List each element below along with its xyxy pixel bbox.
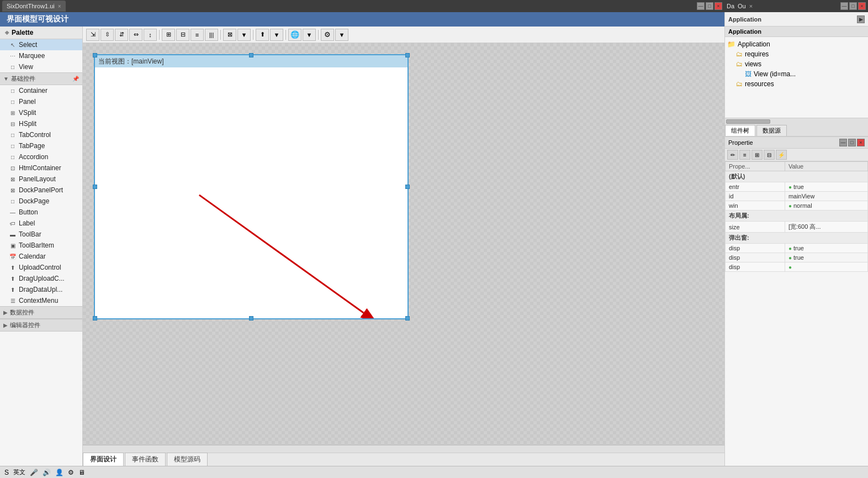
tree-area[interactable]: 📁 Application 🗂 requires 🗂 views 🖼 View …: [725, 37, 868, 118]
design-canvas[interactable]: 当前视图：[mainView]: [94, 54, 409, 319]
tab-ui-design[interactable]: 界面设计: [83, 453, 124, 466]
props-close-btn[interactable]: ×: [857, 139, 865, 146]
toolbar-globe-btn[interactable]: 🌐: [288, 29, 301, 41]
toolbar-btn-8[interactable]: ≡: [190, 29, 204, 41]
handle-mr[interactable]: [405, 185, 410, 189]
palette-item-toolbaritem[interactable]: ▣ToolBarItem: [0, 240, 82, 251]
handle-bl[interactable]: [93, 316, 97, 321]
palette-item-tabcontrol[interactable]: □TabControl: [0, 129, 82, 140]
toolbar-settings-btn[interactable]: ⚙: [321, 29, 334, 41]
palette-item-contextmenu[interactable]: ☰ContextMenu: [0, 295, 82, 306]
toolbar-sep-4: [285, 30, 286, 40]
tab-event-func[interactable]: 事件函数: [125, 453, 166, 466]
canvas-scroll[interactable]: 当前视图：[mainView]: [83, 43, 724, 445]
props-tb-btn1[interactable]: ✏: [727, 150, 738, 160]
toolbar-btn-9[interactable]: |||: [205, 29, 218, 41]
tree-item-application[interactable]: 📁 Application: [727, 39, 866, 49]
tabpage-icon: □: [9, 143, 17, 149]
window-min-btn[interactable]: —: [697, 2, 705, 10]
toolbar-btn-11[interactable]: ▼: [237, 29, 251, 41]
tree-hscrollbar[interactable]: [725, 118, 868, 124]
toolbar-btn-7[interactable]: ⊟: [176, 29, 189, 41]
palette-item-htmlcontainer[interactable]: ⊡HtmlContainer: [0, 162, 82, 174]
palette-item-panellayout[interactable]: ⊠PanelLayout: [0, 174, 82, 185]
palette-item-button[interactable]: —Button: [0, 207, 82, 218]
toolbar-btn-10[interactable]: ⊠: [223, 29, 236, 41]
props-row-disp2[interactable]: disp ● true: [726, 253, 868, 262]
props-max-btn[interactable]: □: [848, 139, 856, 146]
palette-item-dragupload[interactable]: ⬆DragUploadC...: [0, 273, 82, 284]
toolbar-settings-dropdown[interactable]: ▼: [335, 29, 348, 41]
palette-item-hsplit[interactable]: ⊟HSplit: [0, 118, 82, 129]
props-tb-btn3[interactable]: ⊞: [751, 150, 763, 160]
palette-item-marquee[interactable]: ⋯ Marquee: [0, 50, 82, 61]
app-title-bar: 界面模型可视设计: [0, 12, 724, 27]
props-row-disp1[interactable]: disp ● true: [726, 244, 868, 253]
props-min-btn[interactable]: —: [839, 139, 847, 146]
handle-ml[interactable]: [93, 185, 97, 189]
props-row-size[interactable]: size [宽:600 高...: [726, 222, 868, 233]
application-folder-icon: 📁: [727, 40, 735, 48]
toolbar-dropdown-btn[interactable]: ▼: [270, 29, 283, 41]
palette-header: ❖ Palette: [0, 27, 82, 39]
props-row-entr[interactable]: entr ● true: [726, 182, 868, 192]
tab-datasource[interactable]: 数据源: [756, 125, 787, 136]
right-expand-btn[interactable]: ▶: [857, 15, 865, 23]
palette-item-panel[interactable]: □Panel: [0, 96, 82, 107]
canvas-hscrollbar[interactable]: [83, 445, 724, 453]
toolbar-globe-dropdown[interactable]: ▼: [303, 29, 316, 41]
props-tb-btn5[interactable]: ⚡: [776, 150, 787, 160]
toolbar-btn-6[interactable]: ⊞: [162, 29, 175, 41]
file-tab[interactable]: SixDontThrow1.ui ×: [2, 1, 66, 12]
toolbar-btn-4[interactable]: ⇔: [129, 29, 142, 41]
palette-item-label[interactable]: 🏷Label: [0, 218, 82, 229]
tab-model-src[interactable]: 模型源码: [167, 453, 208, 466]
props-tb-btn2[interactable]: ≡: [739, 150, 750, 160]
section-basic-controls[interactable]: ▼ 基础控件 📌: [0, 72, 82, 85]
handle-br[interactable]: [405, 316, 410, 321]
right-close-btn[interactable]: ×: [858, 2, 866, 10]
right-min-btn[interactable]: —: [840, 2, 848, 10]
palette-item-vsplit[interactable]: ⊞VSplit: [0, 107, 82, 118]
props-row-id[interactable]: id mainView: [726, 192, 868, 201]
palette-item-tabpage[interactable]: □TabPage: [0, 140, 82, 151]
props-row-win[interactable]: win ● normal: [726, 201, 868, 211]
toolbar-btn-5[interactable]: ↕: [144, 29, 157, 41]
palette-item-calendar[interactable]: 📅Calendar: [0, 251, 82, 262]
handle-tl[interactable]: [93, 53, 97, 57]
tree-item-resources[interactable]: 🗂 resources: [727, 79, 866, 89]
right-max-btn[interactable]: □: [849, 2, 857, 10]
status-icon-layout: 🖥: [78, 469, 85, 476]
handle-tr[interactable]: [405, 53, 410, 57]
props-tb-btn4[interactable]: ⊟: [764, 150, 775, 160]
tree-item-requires[interactable]: 🗂 requires: [727, 49, 866, 59]
palette-item-dragdataupload[interactable]: ⬆DragDataUpl...: [0, 284, 82, 295]
palette-item-view[interactable]: □ View: [0, 61, 82, 72]
tree-item-views[interactable]: 🗂 views: [727, 59, 866, 69]
section-data-controls[interactable]: ▶ 数据控件: [0, 306, 82, 319]
palette-item-select[interactable]: ↖ Select: [0, 39, 82, 50]
toolbar-btn-2[interactable]: ⇳: [100, 29, 114, 41]
handle-bm[interactable]: [249, 316, 253, 321]
toolbar-btn-3[interactable]: ⇵: [115, 29, 128, 41]
palette-item-toolbar[interactable]: ▬ToolBar: [0, 229, 82, 240]
palette-item-dockpanelport[interactable]: ⊠DockPanelPort: [0, 185, 82, 196]
tree-item-mainview[interactable]: 🖼 View (id=ma...: [727, 69, 866, 79]
tab-close-icon[interactable]: ×: [58, 3, 61, 9]
window-close-btn[interactable]: ×: [714, 2, 722, 10]
palette-item-uploadcontrol[interactable]: ⬆UploadControl: [0, 262, 82, 273]
toolbar-btn-1[interactable]: ⇲: [86, 29, 99, 41]
section-editor-controls[interactable]: ▶ 编辑器控件: [0, 319, 82, 332]
tab-component-tree[interactable]: 组件树: [725, 125, 755, 136]
window-max-btn[interactable]: □: [706, 2, 713, 10]
dockpanelport-icon: ⊠: [9, 187, 17, 193]
toolbar-btn-upload[interactable]: ⬆: [256, 29, 269, 41]
props-row-disp3[interactable]: disp ●: [726, 262, 868, 272]
palette-item-dockpage[interactable]: □DockPage: [0, 196, 82, 207]
toolbaritem-icon: ▣: [9, 243, 17, 249]
tree-scrollbar-thumb[interactable]: [726, 119, 770, 124]
palette-item-accordion[interactable]: □Accordion: [0, 151, 82, 162]
handle-tm[interactable]: [249, 53, 253, 57]
right-panel-tab-close[interactable]: ×: [749, 3, 753, 9]
palette-item-container[interactable]: □Container: [0, 85, 82, 96]
